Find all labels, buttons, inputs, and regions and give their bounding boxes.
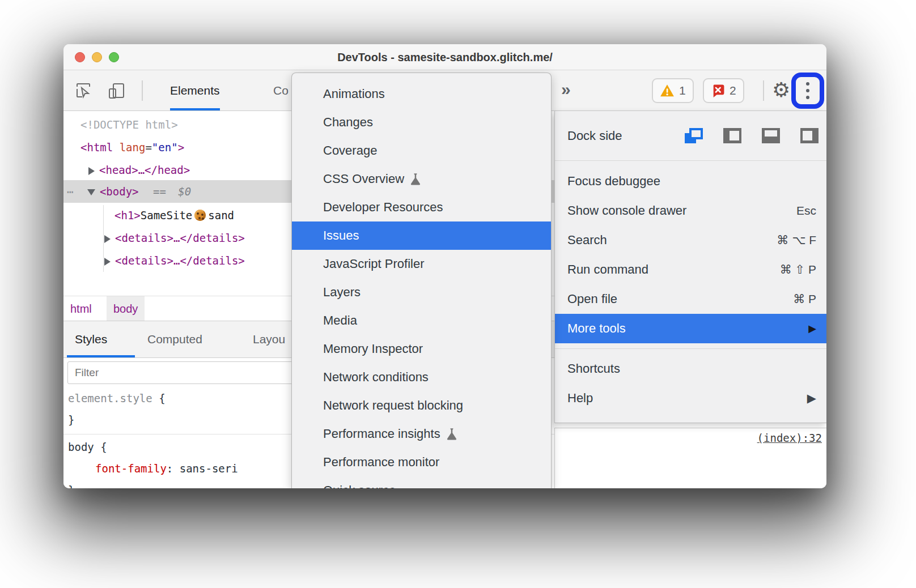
submenu-item-coverage[interactable]: Coverage — [292, 137, 551, 165]
submenu-item-issues[interactable]: Issues — [292, 221, 551, 250]
cookie-emoji-icon — [194, 210, 206, 221]
submenu-arrow-icon: ▶ — [808, 322, 816, 335]
main-options-menu: Dock side Focus debuggee Show console dr… — [554, 111, 826, 423]
more-tabs-chevron-icon[interactable]: » — [561, 70, 571, 110]
source-link[interactable]: (index):32 — [757, 432, 822, 444]
dock-left-icon[interactable] — [723, 128, 741, 143]
more-options-highlight-ring — [791, 73, 824, 109]
warning-icon — [660, 84, 675, 97]
tab-styles[interactable]: Styles — [75, 321, 107, 357]
tab-computed[interactable]: Computed — [147, 321, 202, 357]
submenu-item-memory-inspector[interactable]: Memory Inspector — [292, 335, 551, 363]
menu-item-search[interactable]: Search⌘ ⌥ F — [555, 225, 826, 255]
toolbar-separator — [142, 80, 143, 101]
menu-item-run-command[interactable]: Run command⌘ ⇧ P — [555, 255, 826, 284]
toolbar-separator — [763, 80, 764, 101]
settings-gear-icon[interactable]: ⚙ — [772, 76, 790, 104]
menu-item-open-file[interactable]: Open file⌘ P — [555, 284, 826, 314]
styles-pane-right: (index):32 — [554, 428, 826, 488]
window-title: DevTools - samesite-sandbox.glitch.me/ — [63, 44, 826, 70]
error-count: 2 — [730, 84, 736, 97]
error-icon — [711, 84, 725, 98]
breadcrumb-html[interactable]: html — [63, 296, 99, 321]
submenu-item-layers[interactable]: Layers — [292, 278, 551, 306]
submenu-item-performance-monitor[interactable]: Performance monitor — [292, 448, 551, 476]
menu-item-focus-debuggee[interactable]: Focus debuggee — [555, 167, 826, 196]
tab-console-partial[interactable]: Co — [273, 70, 289, 110]
submenu-item-network-conditions[interactable]: Network conditions — [292, 363, 551, 391]
menu-item-more-tools[interactable]: More tools▶ — [555, 314, 826, 343]
menu-separator — [555, 348, 826, 349]
dock-bottom-icon[interactable] — [762, 128, 780, 143]
warning-count: 1 — [679, 84, 686, 97]
tab-layout-partial[interactable]: Layou — [253, 321, 285, 357]
collapse-arrow-icon[interactable] — [87, 189, 95, 195]
experiment-beaker-icon — [446, 428, 457, 440]
devtools-window: DevTools - samesite-sandbox.glitch.me/ E… — [63, 44, 826, 488]
tab-elements[interactable]: Elements — [170, 70, 220, 110]
device-toolbar-icon[interactable] — [107, 81, 126, 100]
submenu-item-developer-resources[interactable]: Developer Resources — [292, 193, 551, 221]
indent-guide-line — [103, 205, 104, 272]
more-tools-submenu: Animations Changes Coverage CSS Overview… — [291, 73, 552, 488]
errors-badge[interactable]: 2 — [703, 78, 744, 103]
kebab-menu-icon[interactable] — [806, 82, 809, 99]
menu-item-help[interactable]: Help▶ — [555, 384, 826, 413]
submenu-item-network-request-blocking[interactable]: Network request blocking — [292, 391, 551, 420]
submenu-item-performance-insights[interactable]: Performance insights — [292, 420, 551, 448]
submenu-item-css-overview[interactable]: CSS Overview — [292, 165, 551, 193]
submenu-item-animations[interactable]: Animations — [292, 80, 551, 108]
menu-item-shortcuts[interactable]: Shortcuts — [555, 354, 826, 384]
expand-arrow-icon[interactable] — [88, 167, 95, 175]
menu-item-show-console-drawer[interactable]: Show console drawerEsc — [555, 196, 826, 225]
warnings-badge[interactable]: 1 — [652, 78, 694, 103]
experiment-beaker-icon — [410, 173, 421, 185]
inspect-element-icon[interactable] — [74, 81, 93, 100]
dock-side-row: Dock side — [555, 111, 826, 161]
submenu-item-media[interactable]: Media — [292, 306, 551, 335]
submenu-item-changes[interactable]: Changes — [292, 108, 551, 137]
submenu-arrow-icon: ▶ — [807, 391, 816, 405]
undock-icon[interactable] — [685, 128, 703, 143]
expand-arrow-icon[interactable] — [104, 258, 111, 266]
submenu-item-javascript-profiler[interactable]: JavaScript Profiler — [292, 250, 551, 278]
active-tab-underline — [67, 355, 135, 357]
title-bar: DevTools - samesite-sandbox.glitch.me/ — [63, 44, 826, 70]
dock-side-label: Dock side — [567, 129, 685, 143]
dock-right-icon[interactable] — [800, 128, 819, 143]
submenu-item-quick-source[interactable]: Quick source — [292, 476, 551, 488]
expand-arrow-icon[interactable] — [104, 235, 111, 243]
breadcrumb-body[interactable]: body — [107, 296, 145, 321]
overflow-dots-icon[interactable]: ⋯ — [63, 185, 75, 198]
